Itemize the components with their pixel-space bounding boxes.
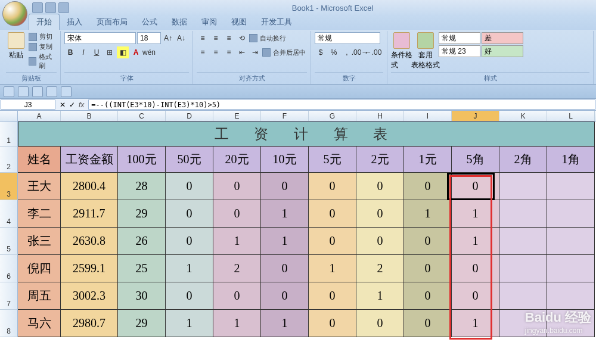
col-D[interactable]: D xyxy=(166,111,213,121)
data-cell[interactable]: 0 xyxy=(404,282,452,310)
tab-view[interactable]: 视图 xyxy=(224,14,254,30)
data-cell[interactable]: 0 xyxy=(166,282,213,310)
data-cell[interactable]: 0 xyxy=(356,228,404,255)
col-A[interactable]: A xyxy=(18,111,61,121)
data-cell[interactable] xyxy=(547,228,595,255)
data-cell[interactable]: 张三 xyxy=(18,228,61,255)
col-H[interactable]: H xyxy=(356,111,404,121)
data-cell[interactable] xyxy=(547,200,595,228)
col-G[interactable]: G xyxy=(309,111,356,121)
row-header[interactable]: 2 xyxy=(0,147,18,173)
data-cell[interactable]: 1 xyxy=(356,282,404,310)
data-cell[interactable] xyxy=(499,200,547,228)
data-cell[interactable]: 2911.7 xyxy=(61,200,118,228)
data-cell[interactable] xyxy=(499,228,547,255)
formula-input[interactable]: =--((INT(E3*10)-INT(E3)*10)>5) xyxy=(88,99,595,110)
row-header[interactable]: 1 xyxy=(0,122,18,147)
data-cell[interactable]: 0 xyxy=(261,173,309,200)
orientation-button[interactable]: ⟲ xyxy=(236,32,248,44)
data-cell[interactable]: 1 xyxy=(404,200,452,228)
tab-formulas[interactable]: 公式 xyxy=(135,14,164,30)
data-cell[interactable]: 0 xyxy=(452,255,499,282)
table-format-button[interactable]: 套用 表格格式 xyxy=(415,32,436,70)
data-cell[interactable]: 1 xyxy=(261,310,309,337)
format-painter-button[interactable]: 格式刷 xyxy=(29,52,57,70)
row-header[interactable]: 3 xyxy=(0,173,18,200)
data-cell[interactable]: 0 xyxy=(356,200,404,228)
cond-format-button[interactable]: 条件格式 xyxy=(391,32,412,70)
number-format-combo[interactable]: 常规 xyxy=(315,32,380,44)
phonetic-button[interactable]: wén xyxy=(143,46,155,58)
indent-inc-button[interactable]: ⇥ xyxy=(249,46,261,58)
data-cell[interactable]: 2980.7 xyxy=(61,310,118,337)
data-cell[interactable]: 0 xyxy=(404,228,452,255)
data-cell[interactable]: 0 xyxy=(166,173,213,200)
data-cell[interactable]: 29 xyxy=(118,310,166,337)
sheet-title[interactable]: 工 资 计 算 表 xyxy=(18,122,595,147)
header-cell[interactable]: 100元 xyxy=(118,147,166,173)
align-right-button[interactable]: ≡ xyxy=(223,46,235,58)
data-cell[interactable]: 0 xyxy=(452,173,499,200)
data-cell[interactable]: 3002.3 xyxy=(61,282,118,310)
data-cell[interactable] xyxy=(547,173,595,200)
worksheet-grid[interactable]: 1工 资 计 算 表2姓名工资金额100元50元20元10元5元2元1元5角2角… xyxy=(0,122,596,337)
header-cell[interactable]: 1元 xyxy=(404,147,452,173)
data-cell[interactable]: 28 xyxy=(118,173,166,200)
underline-button[interactable]: U xyxy=(91,46,103,58)
tab-dev[interactable]: 开发工具 xyxy=(254,14,299,30)
data-cell[interactable]: 1 xyxy=(166,310,213,337)
qat-redo-icon[interactable] xyxy=(58,2,69,13)
data-cell[interactable]: 0 xyxy=(261,282,309,310)
col-J[interactable]: J xyxy=(452,111,499,121)
header-cell[interactable]: 姓名 xyxy=(18,147,61,173)
col-I[interactable]: I xyxy=(404,111,452,121)
data-cell[interactable]: 0 xyxy=(404,310,452,337)
col-L[interactable]: L xyxy=(547,111,595,121)
data-cell[interactable] xyxy=(547,255,595,282)
data-cell[interactable]: 0 xyxy=(166,200,213,228)
align-center-button[interactable]: ≡ xyxy=(210,46,222,58)
data-cell[interactable]: 2 xyxy=(356,255,404,282)
header-cell[interactable]: 2元 xyxy=(356,147,404,173)
data-cell[interactable]: 30 xyxy=(118,282,166,310)
data-cell[interactable]: 2630.8 xyxy=(61,228,118,255)
font-color-button[interactable]: A xyxy=(130,46,142,58)
header-cell[interactable]: 20元 xyxy=(213,147,261,173)
sec-btn-3[interactable] xyxy=(32,86,43,97)
data-cell[interactable]: 0 xyxy=(404,173,452,200)
data-cell[interactable]: 0 xyxy=(166,228,213,255)
header-cell[interactable]: 2角 xyxy=(499,147,547,173)
data-cell[interactable]: 29 xyxy=(118,200,166,228)
currency-button[interactable]: $ xyxy=(315,46,327,58)
style-good[interactable]: 好 xyxy=(482,45,523,57)
data-cell[interactable]: 1 xyxy=(166,255,213,282)
data-cell[interactable]: 0 xyxy=(213,282,261,310)
border-button[interactable]: ⊞ xyxy=(104,46,116,58)
align-top-button[interactable]: ≡ xyxy=(197,32,209,44)
data-cell[interactable]: 1 xyxy=(261,228,309,255)
data-cell[interactable]: 1 xyxy=(452,228,499,255)
enter-icon[interactable]: ✓ xyxy=(69,101,75,109)
data-cell[interactable]: 1 xyxy=(213,310,261,337)
col-F[interactable]: F xyxy=(261,111,309,121)
data-cell[interactable]: 王大 xyxy=(18,173,61,200)
header-cell[interactable]: 工资金额 xyxy=(61,147,118,173)
header-cell[interactable]: 50元 xyxy=(166,147,213,173)
data-cell[interactable]: 0 xyxy=(356,173,404,200)
align-middle-button[interactable]: ≡ xyxy=(210,32,222,44)
row-header[interactable]: 5 xyxy=(0,228,18,255)
data-cell[interactable]: 2800.4 xyxy=(61,173,118,200)
cell-styles-gallery[interactable]: 常规 差 常规 23 好 xyxy=(439,32,523,57)
data-cell[interactable]: 2 xyxy=(213,255,261,282)
data-cell[interactable]: 1 xyxy=(452,200,499,228)
copy-button[interactable]: 复制 xyxy=(29,42,57,51)
sec-btn-2[interactable] xyxy=(18,86,29,97)
data-cell[interactable]: 0 xyxy=(213,200,261,228)
style-bad[interactable]: 差 xyxy=(482,32,523,44)
bold-button[interactable]: B xyxy=(64,46,76,58)
tab-review[interactable]: 审阅 xyxy=(194,14,224,30)
data-cell[interactable]: 26 xyxy=(118,228,166,255)
tab-data[interactable]: 数据 xyxy=(164,14,194,30)
col-C[interactable]: C xyxy=(118,111,166,121)
data-cell[interactable]: 2599.1 xyxy=(61,255,118,282)
